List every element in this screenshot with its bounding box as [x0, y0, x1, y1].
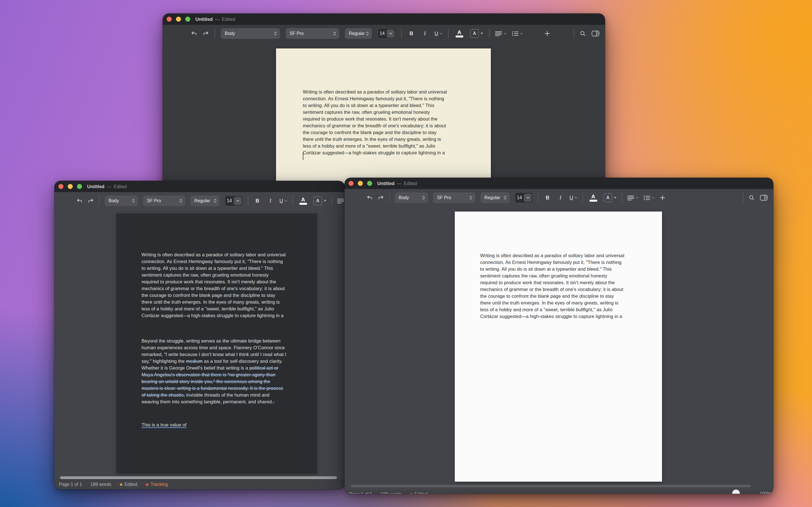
- up-down-chevron-icon: [366, 31, 369, 36]
- chevron-down-icon: [574, 197, 577, 199]
- tracking-status[interactable]: Tracking: [146, 482, 168, 487]
- font-size-stepper[interactable]: 14: [515, 192, 533, 203]
- insert-button[interactable]: [545, 31, 550, 36]
- toolbar-divider: [622, 193, 622, 203]
- close-button[interactable]: [167, 17, 172, 22]
- document-page[interactable]: Writing is often described as a paradox …: [455, 212, 662, 482]
- italic-button[interactable]: I: [557, 192, 564, 203]
- titlebar[interactable]: Untitled — Edited: [163, 13, 605, 25]
- highlight-color-button[interactable]: A: [313, 196, 326, 205]
- underline-button[interactable]: U: [280, 195, 287, 206]
- status-bar: Page 1 of 1 189 words Edited Tracking: [54, 480, 345, 489]
- zoom-button[interactable]: [367, 181, 372, 186]
- chevron-down-icon[interactable]: [387, 29, 395, 38]
- redo-button[interactable]: [378, 195, 384, 201]
- chevron-down-icon: [520, 33, 523, 35]
- inspector-toggle-icon[interactable]: [760, 194, 768, 201]
- chevron-down-icon[interactable]: [234, 196, 242, 205]
- paragraph-style-dropdown[interactable]: Body: [105, 195, 138, 206]
- redo-button[interactable]: [88, 198, 94, 204]
- toolbar-divider: [401, 29, 402, 38]
- alignment-dropdown[interactable]: [495, 31, 506, 36]
- titlebar[interactable]: Untitled — Edited: [54, 181, 345, 192]
- underline-label: U: [435, 31, 438, 37]
- list-style-dropdown[interactable]: [644, 195, 655, 201]
- alignment-dropdown[interactable]: [337, 198, 345, 204]
- minimize-button[interactable]: [358, 181, 363, 186]
- inspector-toggle-icon[interactable]: [592, 31, 599, 37]
- font-weight-dropdown[interactable]: Regular: [190, 195, 220, 206]
- titlebar[interactable]: Untitled — Edited: [345, 178, 773, 189]
- text-color-label: A: [457, 30, 461, 35]
- page-indicator: Page 1 of 1: [59, 482, 82, 487]
- text-color-button[interactable]: A: [588, 192, 598, 203]
- minimize-button[interactable]: [176, 17, 181, 22]
- highlight-color-button[interactable]: A: [603, 193, 617, 202]
- window-right: Untitled — Edited Body SF Pro Regular: [345, 178, 773, 494]
- toolbar: Body SF Pro Regular 14 B I U: [54, 192, 345, 210]
- traffic-lights: [349, 181, 372, 186]
- paragraph-style-dropdown[interactable]: Body: [395, 192, 428, 203]
- chevron-down-icon[interactable]: [524, 193, 532, 202]
- word-count: 189 words: [91, 482, 111, 487]
- window-title: Untitled — Edited: [377, 181, 417, 186]
- toolbar-divider: [292, 196, 293, 206]
- font-family-dropdown[interactable]: SF Pro: [143, 195, 185, 206]
- deleted-text: medium: [186, 358, 202, 363]
- bold-button[interactable]: B: [407, 28, 415, 39]
- font-size-value: 14: [225, 198, 234, 203]
- zoom-button[interactable]: [77, 184, 82, 189]
- underline-button[interactable]: U: [435, 28, 442, 39]
- undo-button[interactable]: [191, 31, 197, 36]
- up-down-chevron-icon: [333, 31, 336, 36]
- italic-button[interactable]: I: [266, 195, 274, 206]
- horizontal-scrollbar[interactable]: [351, 485, 751, 487]
- bullet-list-icon: [644, 195, 651, 201]
- redo-button[interactable]: [203, 31, 209, 36]
- minimize-button[interactable]: [68, 184, 73, 189]
- chevron-down-icon: [636, 197, 639, 199]
- insert-button[interactable]: [660, 195, 665, 201]
- close-button[interactable]: [58, 184, 63, 189]
- font-weight-dropdown[interactable]: Regular: [480, 192, 510, 203]
- search-icon[interactable]: [580, 31, 586, 37]
- document-text: Writing is often described as a paradox …: [455, 212, 662, 333]
- edited-status-label: Edited: [124, 482, 137, 487]
- highlight-color-button[interactable]: A: [470, 29, 483, 38]
- font-size-stepper[interactable]: 14: [377, 28, 396, 39]
- font-family-dropdown[interactable]: SF Pro: [286, 28, 339, 39]
- text-color-button[interactable]: A: [454, 28, 464, 39]
- search-icon[interactable]: [749, 194, 755, 201]
- text-color-swatch: [590, 200, 597, 202]
- document-page[interactable]: Writing is often described as a paradox …: [116, 214, 317, 473]
- traffic-lights: [167, 17, 190, 22]
- zoom-level[interactable]: 100%: [760, 491, 771, 494]
- font-weight-dropdown[interactable]: Regular: [345, 28, 372, 39]
- zoom-button[interactable]: [185, 17, 190, 22]
- document-text: Writing is often described as a paradox …: [116, 214, 317, 442]
- toolbar-divider: [389, 193, 390, 203]
- font-family-dropdown[interactable]: SF Pro: [433, 192, 475, 203]
- paragraph: Writing is often described as a paradox …: [303, 89, 468, 156]
- edited-status: Edited: [410, 492, 427, 494]
- underline-button[interactable]: U: [569, 192, 577, 203]
- paragraph-style-dropdown[interactable]: Body: [221, 28, 280, 39]
- font-size-stepper[interactable]: 14: [225, 195, 243, 206]
- paragraph-inserted: This is a true value of: [142, 421, 303, 428]
- undo-button[interactable]: [77, 198, 83, 204]
- plus-icon: [660, 195, 665, 201]
- underline-label: U: [280, 198, 283, 204]
- up-down-chevron-icon: [422, 195, 425, 200]
- paragraph-tracked: Beyond the struggle, writing serves as t…: [142, 337, 303, 405]
- page-indicator: Page 1 of 1: [349, 492, 372, 494]
- italic-button[interactable]: I: [421, 28, 429, 39]
- alignment-dropdown[interactable]: [627, 195, 639, 201]
- undo-button[interactable]: [366, 195, 373, 201]
- horizontal-scrollbar[interactable]: [60, 476, 337, 479]
- up-down-chevron-icon: [213, 198, 217, 203]
- bold-button[interactable]: B: [544, 192, 552, 203]
- bold-button[interactable]: B: [253, 195, 261, 206]
- list-style-dropdown[interactable]: [512, 31, 523, 36]
- text-color-button[interactable]: A: [298, 195, 308, 207]
- close-button[interactable]: [349, 181, 354, 186]
